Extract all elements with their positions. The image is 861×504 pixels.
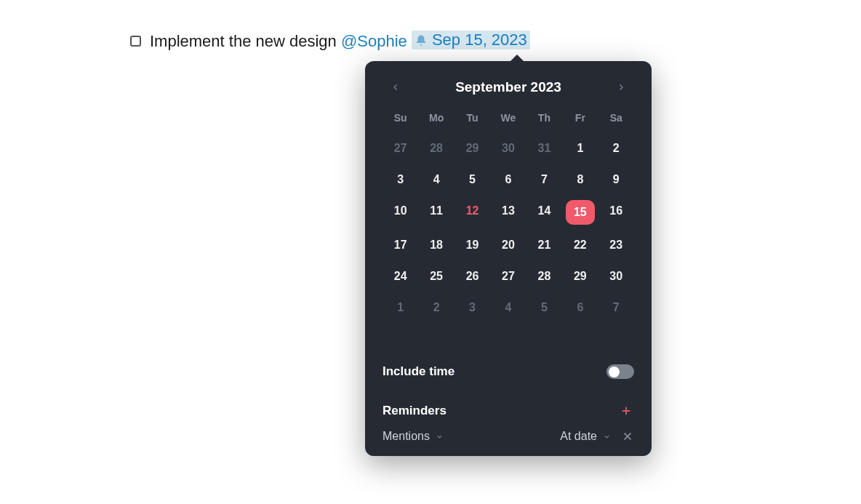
calendar-day[interactable]: 30	[603, 265, 629, 287]
include-time-toggle[interactable]	[606, 364, 634, 379]
calendar-day[interactable]: 8	[567, 169, 593, 191]
include-time-row: Include time	[383, 356, 634, 388]
day-header: Su	[383, 112, 418, 128]
remove-reminder-button[interactable]	[621, 430, 634, 443]
calendar-day[interactable]: 13	[495, 200, 521, 222]
day-header: Sa	[598, 112, 634, 128]
prev-month-button[interactable]	[385, 77, 406, 97]
reminders-label: Reminders	[383, 404, 446, 418]
calendar-day[interactable]: 25	[423, 265, 449, 287]
chevron-down-icon	[603, 433, 611, 441]
next-month-button[interactable]	[611, 77, 631, 97]
calendar-day[interactable]: 20	[495, 234, 521, 256]
calendar-day[interactable]: 5	[531, 297, 557, 319]
calendar-day[interactable]: 3	[460, 297, 486, 319]
calendar-day[interactable]: 6	[495, 169, 521, 191]
day-header: We	[490, 112, 526, 128]
day-header: Th	[526, 112, 562, 128]
reminders-row: Reminders	[383, 395, 634, 427]
calendar-day[interactable]: 19	[460, 234, 486, 256]
calendar-day[interactable]: 16	[603, 200, 629, 222]
calendar-title: September 2023	[455, 79, 561, 95]
calendar-day[interactable]: 10	[388, 200, 414, 222]
calendar-day[interactable]: 15	[566, 200, 595, 225]
reminder-item: Mentions At date	[383, 427, 634, 443]
task-line: Implement the new design @Sophie Sep 15,…	[130, 31, 530, 51]
calendar-day[interactable]: 7	[531, 169, 557, 191]
calendar-day[interactable]: 17	[388, 234, 414, 256]
calendar-day[interactable]: 4	[495, 297, 521, 319]
calendar-header: September 2023	[383, 77, 634, 112]
reminder-type-select[interactable]: Mentions	[383, 430, 444, 443]
calendar-day[interactable]: 24	[388, 265, 414, 287]
calendar-day[interactable]: 18	[423, 234, 449, 256]
calendar-day[interactable]: 4	[423, 169, 449, 191]
calendar-day[interactable]: 5	[460, 169, 486, 191]
add-reminder-button[interactable]	[618, 403, 634, 419]
calendar-day[interactable]: 28	[531, 265, 557, 287]
chevron-left-icon	[391, 83, 400, 92]
calendar-day[interactable]: 12	[460, 200, 486, 222]
calendar-day[interactable]: 1	[567, 137, 593, 159]
task-text[interactable]: Implement the new design @Sophie Sep 15,…	[150, 31, 530, 51]
calendar-day[interactable]: 7	[603, 297, 629, 319]
day-header: Mo	[418, 112, 454, 128]
mention-chip[interactable]: @Sophie	[341, 32, 407, 50]
chevron-right-icon	[617, 83, 625, 92]
calendar-day[interactable]: 27	[495, 265, 521, 287]
calendar-grid: SuMoTuWeThFrSa27282930311234567891011121…	[383, 112, 634, 332]
calendar-day[interactable]: 29	[567, 265, 593, 287]
calendar-day[interactable]: 9	[603, 169, 629, 191]
day-header: Tu	[454, 112, 490, 128]
calendar-day[interactable]: 22	[567, 234, 593, 256]
calendar-day[interactable]: 23	[603, 234, 629, 256]
calendar-day[interactable]: 31	[531, 137, 557, 159]
include-time-label: Include time	[383, 364, 454, 379]
calendar-day[interactable]: 28	[423, 137, 449, 159]
calendar-day[interactable]: 1	[388, 297, 414, 319]
bell-icon	[415, 34, 428, 47]
calendar-day[interactable]: 2	[423, 297, 449, 319]
reminder-when-select[interactable]: At date	[560, 430, 611, 443]
calendar-day[interactable]: 3	[388, 169, 414, 191]
calendar-day[interactable]: 21	[531, 234, 557, 256]
date-chip[interactable]: Sep 15, 2023	[412, 31, 530, 49]
task-checkbox[interactable]	[130, 36, 141, 47]
calendar-day[interactable]: 6	[567, 297, 593, 319]
date-popover: September 2023 SuMoTuWeThFrSa27282930311…	[365, 61, 652, 456]
calendar-day[interactable]: 26	[460, 265, 486, 287]
calendar-day[interactable]: 27	[388, 137, 414, 159]
calendar-day[interactable]: 14	[531, 200, 557, 222]
calendar-day[interactable]: 11	[423, 200, 449, 222]
day-header: Fr	[562, 112, 598, 128]
calendar-day[interactable]: 30	[495, 137, 521, 159]
chevron-down-icon	[436, 433, 444, 441]
calendar-day[interactable]: 29	[460, 137, 486, 159]
calendar-day[interactable]: 2	[603, 137, 629, 159]
plus-icon	[620, 405, 632, 417]
